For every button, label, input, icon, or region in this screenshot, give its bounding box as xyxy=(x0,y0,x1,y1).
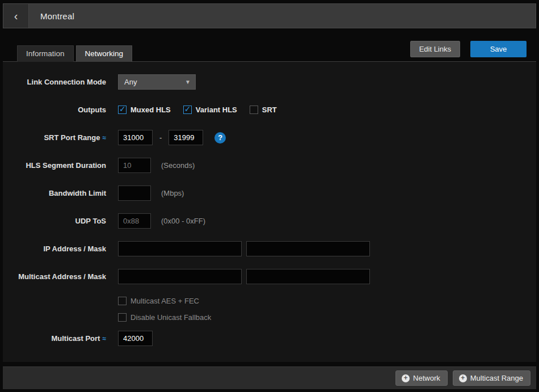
row-hls-segment-duration: HLS Segment Duration (Seconds) xyxy=(3,158,536,173)
add-network-button[interactable]: + Network xyxy=(395,370,448,386)
required-indicator-icon: ≈ xyxy=(102,134,106,142)
tab-bar: Information Networking Edit Links Save xyxy=(3,41,536,62)
plus-circle-icon: + xyxy=(459,374,467,382)
row-multicast-port: Multicast Port≈ xyxy=(3,331,536,346)
row-ip-address-mask: IP Address / Mask xyxy=(3,241,536,256)
multicast-mask-input[interactable] xyxy=(246,269,370,284)
tab-information[interactable]: Information xyxy=(17,45,74,62)
add-multicast-range-button[interactable]: + Multicast Range xyxy=(453,370,530,386)
multicast-port-label-text: Multicast Port xyxy=(51,334,100,343)
header-bar: ‹ Montreal xyxy=(3,3,536,28)
ip-address-mask-label: IP Address / Mask xyxy=(3,245,106,253)
checkbox-icon xyxy=(183,106,192,114)
srt-port-range-to-input[interactable] xyxy=(169,130,203,145)
row-srt-port-range: SRT Port Range≈ - ? xyxy=(3,130,536,145)
srt-port-range-from-input[interactable] xyxy=(118,130,153,145)
edit-links-button[interactable]: Edit Links xyxy=(410,41,460,57)
hls-segment-duration-input[interactable] xyxy=(118,158,151,173)
srt-port-range-label-text: SRT Port Range xyxy=(44,133,100,142)
help-icon[interactable]: ? xyxy=(214,132,226,144)
page-title: Montreal xyxy=(29,4,74,28)
checkbox-icon xyxy=(250,106,258,114)
udp-tos-unit: (0x00 - 0xFF) xyxy=(161,217,205,225)
srt-checkbox[interactable]: SRT xyxy=(250,106,277,114)
required-indicator-icon: ≈ xyxy=(102,335,106,343)
add-multicast-range-label: Multicast Range xyxy=(470,374,523,382)
multicast-address-input[interactable] xyxy=(118,269,242,284)
multicast-options: Multicast AES + FEC Disable Unicast Fall… xyxy=(118,297,536,322)
multicast-aes-fec-label: Multicast AES + FEC xyxy=(130,297,199,305)
disable-unicast-fallback-label: Disable Unicast Fallback xyxy=(130,313,211,322)
bandwidth-limit-label: Bandwidth Limit xyxy=(3,189,106,197)
row-bandwidth-limit: Bandwidth Limit (Mbps) xyxy=(3,186,536,201)
hls-segment-duration-label: HLS Segment Duration xyxy=(3,161,106,170)
checkbox-icon xyxy=(118,297,127,305)
srt-label: SRT xyxy=(262,106,277,114)
link-connection-mode-label: Link Connection Mode xyxy=(3,78,106,86)
save-button[interactable]: Save xyxy=(470,41,527,57)
back-chevron-icon: ‹ xyxy=(14,10,18,23)
hls-segment-duration-unit: (Seconds) xyxy=(161,161,195,170)
disable-unicast-fallback-checkbox[interactable]: Disable Unicast Fallback xyxy=(118,313,536,322)
multicast-port-input[interactable] xyxy=(118,331,153,346)
link-connection-mode-value: Any xyxy=(119,78,180,86)
multicast-port-label: Multicast Port≈ xyxy=(3,334,106,343)
ip-mask-input[interactable] xyxy=(246,241,370,256)
row-udp-tos: UDP ToS (0x00 - 0xFF) xyxy=(3,213,536,229)
app-frame: ‹ Montreal Information Networking Edit L… xyxy=(0,0,539,392)
tab-networking[interactable]: Networking xyxy=(76,45,133,62)
variant-hls-label: Variant HLS xyxy=(196,106,237,114)
multicast-aes-fec-checkbox[interactable]: Multicast AES + FEC xyxy=(118,297,536,305)
tabbar-actions: Edit Links Save xyxy=(410,41,527,61)
muxed-hls-label: Muxed HLS xyxy=(130,106,171,114)
variant-hls-checkbox[interactable]: Variant HLS xyxy=(183,106,237,114)
multicast-address-mask-label: Multicast Address / Mask xyxy=(3,272,106,281)
udp-tos-input[interactable] xyxy=(118,213,151,229)
udp-tos-label: UDP ToS xyxy=(3,217,106,225)
row-link-connection-mode: Link Connection Mode Any ▼ xyxy=(3,74,536,90)
checkbox-icon xyxy=(118,313,127,322)
chevron-down-icon: ▼ xyxy=(180,79,195,85)
networking-form: Link Connection Mode Any ▼ Outputs Muxed… xyxy=(3,62,536,362)
row-multicast-address-mask: Multicast Address / Mask xyxy=(3,269,536,284)
range-separator: - xyxy=(159,133,162,142)
outputs-label: Outputs xyxy=(3,106,106,114)
ip-address-input[interactable] xyxy=(118,241,242,256)
footer-bar: + Network + Multicast Range xyxy=(3,366,536,389)
checkbox-icon xyxy=(118,106,127,114)
add-network-label: Network xyxy=(413,374,440,382)
link-connection-mode-select[interactable]: Any ▼ xyxy=(118,74,196,90)
plus-circle-icon: + xyxy=(402,374,410,382)
muxed-hls-checkbox[interactable]: Muxed HLS xyxy=(118,106,171,114)
bandwidth-limit-input[interactable] xyxy=(118,186,151,201)
back-button[interactable]: ‹ xyxy=(3,4,29,28)
bandwidth-limit-unit: (Mbps) xyxy=(161,189,184,197)
row-outputs: Outputs Muxed HLS Variant HLS SRT xyxy=(3,102,536,117)
srt-port-range-label: SRT Port Range≈ xyxy=(3,133,106,142)
